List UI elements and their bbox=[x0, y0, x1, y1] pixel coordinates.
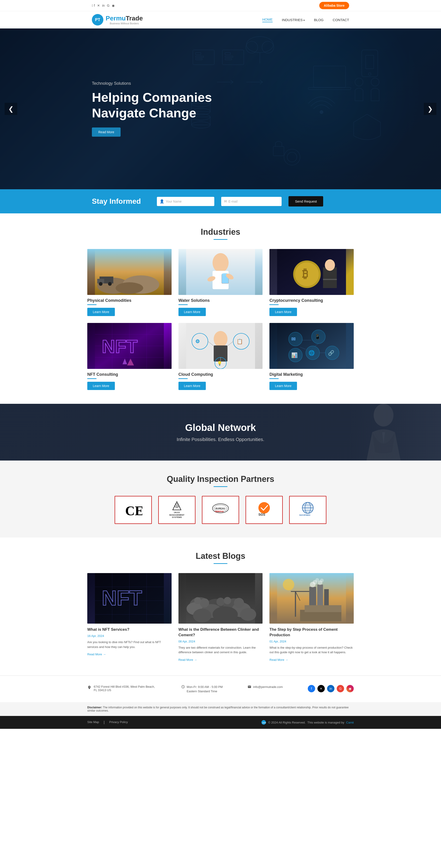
svg-rect-19 bbox=[273, 146, 284, 156]
footer-linkedin-icon[interactable]: in bbox=[327, 685, 335, 692]
svg-text:SUCOFINDO: SUCOFINDO bbox=[299, 514, 310, 516]
commodities-divider bbox=[87, 304, 96, 305]
read-more-1[interactable]: Read More bbox=[87, 653, 106, 656]
email-input[interactable] bbox=[228, 197, 279, 206]
learn-more-water[interactable]: Learn More bbox=[179, 308, 206, 316]
hero-section: Technology Solutions Helping CompaniesNa… bbox=[0, 29, 441, 189]
cloud-divider bbox=[179, 378, 188, 379]
footer-hours: Mon-Fr: 9:00 AM - 5:00 PM bbox=[187, 685, 223, 689]
top-bar:  f ✕ in G ◉ Alibaba Store bbox=[0, 0, 441, 11]
svg-point-40 bbox=[213, 253, 228, 272]
footer-facebook-icon[interactable]: f bbox=[308, 685, 315, 692]
footer-main: 6742 Forest Hill Blvd #336, West Palm Be… bbox=[0, 676, 441, 702]
facebook-icon[interactable]:  f bbox=[92, 4, 95, 7]
nav-industries[interactable]: INDUSTRIES bbox=[282, 18, 305, 22]
alibaba-store-button[interactable]: Alibaba Store bbox=[319, 2, 349, 9]
svg-rect-3 bbox=[195, 59, 202, 60]
footer-email-block: info@permutrade.com bbox=[248, 685, 283, 689]
logo-text: PermuTrade bbox=[106, 15, 143, 22]
instagram-icon[interactable]: ◉ bbox=[112, 4, 115, 7]
privacy-policy-link[interactable]: Privacy Policy bbox=[109, 720, 128, 724]
learn-more-nft[interactable]: Learn More bbox=[87, 382, 115, 390]
blog-image-1: NFT NFT bbox=[87, 573, 171, 624]
industries-section-title: Industries bbox=[87, 227, 354, 237]
footer-social-links: f ✕ in G ◉ bbox=[308, 685, 354, 692]
industry-name-crypto: Cryptocurrency Consulting bbox=[270, 298, 354, 303]
read-more-3[interactable]: Read More bbox=[270, 658, 288, 661]
blog-date-1: 16 Apr, 2024 bbox=[87, 634, 171, 638]
digital-divider bbox=[270, 378, 279, 379]
svg-point-127 bbox=[240, 608, 256, 621]
footer-instagram-icon[interactable]: ◉ bbox=[346, 685, 354, 692]
blog-excerpt-2: They are two different materials for con… bbox=[179, 645, 263, 655]
quality-divider bbox=[214, 486, 227, 487]
disclaimer-label: Disclaimer: bbox=[87, 706, 102, 709]
name-input-wrap: 👤 bbox=[157, 197, 214, 206]
site-map-link[interactable]: Site Map bbox=[87, 720, 99, 724]
read-more-2[interactable]: Read More bbox=[179, 658, 197, 661]
svg-text:📱: 📱 bbox=[315, 334, 321, 340]
svg-point-126 bbox=[193, 609, 211, 622]
twitter-icon[interactable]: ✕ bbox=[97, 4, 100, 7]
svg-point-130 bbox=[234, 598, 244, 608]
svg-text:NFT: NFT bbox=[102, 587, 142, 610]
blogs-section-title: Latest Blogs bbox=[87, 551, 354, 561]
svg-text:✉: ✉ bbox=[291, 336, 295, 342]
svg-point-65 bbox=[214, 331, 227, 347]
name-input[interactable] bbox=[166, 197, 212, 206]
svg-point-9 bbox=[369, 73, 371, 75]
svg-point-125 bbox=[213, 607, 238, 622]
svg-point-34 bbox=[116, 282, 143, 294]
nav-home[interactable]: HOME bbox=[262, 18, 273, 22]
svg-text:amii: amii bbox=[262, 722, 266, 724]
navbar: PT PermuTrade Business Without Borders H… bbox=[0, 11, 441, 29]
svg-point-128 bbox=[200, 598, 209, 608]
blog-date-2: 08 Apr, 2024 bbox=[179, 640, 263, 643]
svg-point-141 bbox=[320, 579, 324, 582]
industry-name-digital: Digital Marketing bbox=[270, 372, 354, 377]
learn-more-commodities[interactable]: Learn More bbox=[87, 308, 115, 316]
industry-card-cloud: ⚙ 📋 💡 Cloud Computing Learn More bbox=[179, 323, 263, 390]
nft-image: NFT NFT bbox=[87, 323, 171, 369]
blog-card-2: What is the Difference Between Clinker a… bbox=[179, 573, 263, 662]
svg-point-51 bbox=[325, 259, 335, 271]
blogs-section: Latest Blogs NFT NFT bbox=[0, 537, 441, 676]
hero-next-button[interactable]: ❯ bbox=[424, 103, 436, 115]
linkedin-icon[interactable]: in bbox=[102, 4, 105, 7]
svg-point-131 bbox=[194, 597, 201, 604]
logo[interactable]: PT PermuTrade Business Without Borders bbox=[92, 14, 143, 26]
svg-text:🌐: 🌐 bbox=[309, 350, 315, 356]
svg-point-13 bbox=[247, 36, 273, 53]
industry-card-nft: NFT NFT NFT Consulting Learn More bbox=[87, 323, 171, 390]
nav-blog[interactable]: BLOG bbox=[314, 18, 324, 22]
hero-prev-button[interactable]: ❮ bbox=[5, 103, 17, 115]
learn-more-digital[interactable]: Learn More bbox=[270, 382, 297, 390]
quality-section: Quality Inspection Partners CE ♛ UKASMAN… bbox=[0, 461, 441, 537]
footer-copyright-block: amii © 2024 All Rights Reserved. This we… bbox=[261, 720, 354, 725]
camii-link[interactable]: Camii bbox=[346, 721, 354, 724]
nav-contact[interactable]: CONTACT bbox=[333, 18, 349, 22]
google-icon[interactable]: G bbox=[107, 4, 109, 7]
svg-text:BUREAU: BUREAU bbox=[216, 507, 225, 510]
learn-more-cloud[interactable]: Learn More bbox=[179, 382, 206, 390]
footer-twitter-icon[interactable]: ✕ bbox=[317, 685, 325, 692]
quality-title: Quality Inspection Partners bbox=[87, 474, 354, 484]
managed-by-text: This website is managed by bbox=[307, 721, 344, 724]
footer-google-icon[interactable]: G bbox=[337, 685, 344, 692]
learn-more-crypto[interactable]: Learn More bbox=[270, 308, 297, 316]
blog-image-2 bbox=[179, 573, 263, 624]
send-request-button[interactable]: Send Request bbox=[288, 196, 323, 207]
crypto-divider bbox=[270, 304, 279, 305]
clock-icon bbox=[181, 685, 185, 689]
blog-title-1: What is NFT Services? bbox=[87, 627, 171, 632]
svg-point-29 bbox=[355, 78, 363, 86]
svg-point-17 bbox=[284, 149, 300, 165]
hero-read-more-button[interactable]: Read More bbox=[92, 127, 121, 137]
blogs-grid: NFT NFT What is NFT Services? 16 Apr, 20… bbox=[87, 573, 354, 662]
person-icon: 👤 bbox=[160, 199, 164, 204]
svg-text:⚙: ⚙ bbox=[195, 339, 200, 344]
industry-card-water: Water Solutions Learn More bbox=[179, 249, 263, 316]
logo-subtitle: Business Without Borders bbox=[106, 22, 143, 25]
global-network-title: Global Network bbox=[92, 422, 349, 433]
social-icons:  f ✕ in G ◉ bbox=[92, 4, 115, 7]
